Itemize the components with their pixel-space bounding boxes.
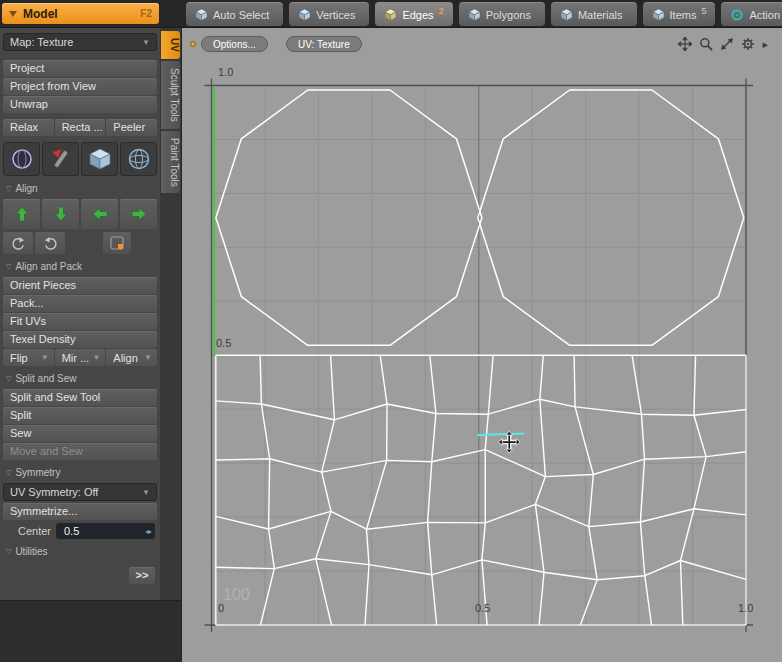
cube-icon: [468, 8, 481, 21]
section-align-and-pack[interactable]: ▽ Align and Pack: [3, 259, 157, 274]
cube-icon: [560, 8, 573, 21]
center-value: 0.5: [64, 525, 79, 537]
model-layout-tab[interactable]: Model F2: [2, 3, 159, 24]
uv-toolbox-panel: Map: Texture ▼ Project Project from View…: [0, 28, 160, 600]
center-row: Center 0.5 ◂▸: [3, 523, 157, 539]
flip-dropdown[interactable]: Flip ▼: [3, 349, 54, 366]
fit-view-icon[interactable]: [720, 37, 734, 51]
arrow-down-icon: [52, 205, 70, 223]
tab-label: Items: [670, 9, 697, 21]
tab-label: Materials: [578, 9, 623, 21]
uv-sphere-tool-button[interactable]: [120, 142, 157, 176]
uv-symmetry-dropdown[interactable]: UV Symmetry: Off ▼: [3, 483, 157, 501]
tab-badge: 5: [701, 6, 706, 16]
arrow-up-icon: [13, 205, 31, 223]
tab-label: Action Center: [749, 9, 782, 21]
tab-items[interactable]: Items 5: [643, 2, 716, 26]
tab-action-center[interactable]: Action Center ▸: [721, 2, 782, 26]
section-label: Symmetry: [15, 467, 60, 478]
box-icon: [87, 146, 113, 172]
section-triangle-icon: ▽: [6, 185, 11, 193]
center-field-label: Center: [3, 525, 51, 537]
chevron-down-icon: ▼: [92, 353, 100, 362]
rail-tab-paint-tools[interactable]: Paint Tools: [161, 131, 180, 194]
top-toolbar: Model F2 Auto Select Vertices Edges 2 Po…: [0, 0, 782, 28]
chevron-down-icon: ▼: [144, 353, 152, 362]
section-label: Split and Sew: [15, 373, 76, 384]
uv-peeler-tool-button[interactable]: [42, 142, 79, 176]
uv-editor-viewport[interactable]: 1001.00.500.51.0 Options... UV: Texture …: [181, 28, 782, 662]
chevron-down-icon: ▼: [41, 353, 49, 362]
tab-materials[interactable]: Materials: [551, 2, 637, 26]
rotate-ccw-button[interactable]: [3, 232, 33, 254]
viewport-menu-arrow-icon[interactable]: ▸: [762, 38, 768, 51]
svg-text:0.5: 0.5: [216, 337, 231, 349]
align-down-button[interactable]: [42, 199, 79, 229]
uv-symmetry-label: UV Symmetry: Off: [10, 486, 98, 498]
symmetrize-button[interactable]: Symmetrize...: [3, 503, 157, 520]
tab-label: Edges: [402, 9, 433, 21]
align-left-button[interactable]: [81, 199, 118, 229]
rail-tab-sculpt-tools[interactable]: Sculpt Tools: [161, 61, 180, 129]
section-align[interactable]: ▽ Align: [3, 181, 157, 196]
expand-panel-button[interactable]: >>: [129, 567, 155, 584]
section-label: Align and Pack: [15, 261, 82, 272]
mini-slider-handle[interactable]: ◂▸: [145, 527, 151, 536]
pan-icon[interactable]: [678, 37, 692, 51]
align-dropdown[interactable]: Align ▼: [106, 349, 157, 366]
rotate-cw-button[interactable]: [35, 232, 65, 254]
tab-label: Vertices: [316, 9, 355, 21]
uv-projection-tool-button[interactable]: [3, 142, 40, 176]
cube-icon: [384, 8, 397, 21]
chevron-down-icon: ▼: [142, 38, 150, 47]
snap-corner-button[interactable]: [103, 232, 131, 254]
split-and-sew-tool-button[interactable]: Split and Sew Tool: [3, 389, 157, 406]
rectangle-button[interactable]: Recta ...: [55, 119, 106, 136]
tab-label: Polygons: [486, 9, 531, 21]
relax-button[interactable]: Relax: [3, 119, 54, 136]
svg-text:0: 0: [218, 602, 224, 614]
section-triangle-icon: ▽: [6, 469, 11, 477]
zoom-icon[interactable]: [699, 37, 713, 51]
align-up-button[interactable]: [3, 199, 40, 229]
section-split-and-sew[interactable]: ▽ Split and Sew: [3, 371, 157, 386]
fit-uvs-button[interactable]: Fit UVs: [3, 313, 157, 330]
vertex-map-selector[interactable]: Map: Texture ▼: [3, 33, 157, 51]
peeler-button[interactable]: Peeler: [106, 119, 157, 136]
uv-canvas[interactable]: 1001.00.500.51.0: [182, 28, 782, 662]
options-button[interactable]: Options...: [201, 36, 268, 52]
collapse-triangle-icon: [9, 11, 17, 17]
project-from-view-button[interactable]: Project from View: [3, 78, 157, 95]
tab-auto-select[interactable]: Auto Select: [186, 2, 283, 26]
pack-button[interactable]: Pack...: [3, 295, 157, 312]
orient-pieces-button[interactable]: Orient Pieces: [3, 277, 157, 294]
sew-button[interactable]: Sew: [3, 425, 157, 442]
viewport-state-dot: [190, 41, 196, 47]
project-button[interactable]: Project: [3, 60, 157, 77]
tab-polygons[interactable]: Polygons: [459, 2, 545, 26]
mirror-dropdown[interactable]: Mir ... ▼: [55, 349, 106, 366]
align-right-button[interactable]: [120, 199, 157, 229]
arrow-right-icon: [130, 205, 148, 223]
center-value-field[interactable]: 0.5 ◂▸: [56, 523, 155, 539]
arrow-left-icon: [91, 205, 109, 223]
texel-density-button[interactable]: Texel Density: [3, 331, 157, 348]
section-label: Utilities: [15, 546, 47, 557]
gear-icon[interactable]: [741, 37, 755, 51]
uv-map-button[interactable]: UV: Texture: [286, 36, 362, 52]
rail-tab-uv[interactable]: UV: [161, 31, 180, 59]
split-button[interactable]: Split: [3, 407, 157, 424]
projection-sphere-icon: [9, 146, 35, 172]
svg-text:1.0: 1.0: [738, 602, 753, 614]
unwrap-button[interactable]: Unwrap: [3, 96, 157, 113]
tab-label: Auto Select: [213, 9, 269, 21]
section-utilities[interactable]: ▽ Utilities: [3, 544, 157, 559]
move-and-sew-button: Move and Sew: [3, 443, 157, 460]
section-symmetry[interactable]: ▽ Symmetry: [3, 465, 157, 480]
wire-sphere-icon: [126, 146, 152, 172]
cube-icon: [652, 8, 665, 21]
tab-vertices[interactable]: Vertices: [289, 2, 369, 26]
tab-edges[interactable]: Edges 2: [375, 2, 452, 26]
expand-row: >>: [3, 567, 157, 585]
uv-box-tool-button[interactable]: [81, 142, 118, 176]
